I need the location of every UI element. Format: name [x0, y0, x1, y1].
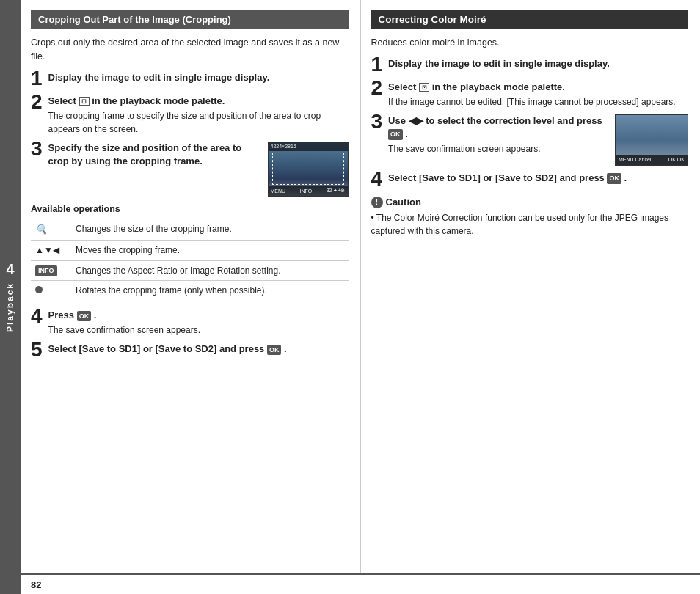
right-step-4-text: Select [Save to SD1] or [Save to SD2] an…	[388, 172, 605, 183]
lcd-overlay: 4224×2816 MENU INFO 32 ✦+⊕	[269, 142, 348, 196]
right-edit-icon: ⊡	[419, 83, 429, 92]
operations-table: 🔍 Changes the size of the cropping frame…	[31, 219, 349, 302]
ok-button-step4: OK	[77, 311, 92, 322]
lcd-top-bar: 4224×2816	[269, 142, 348, 151]
right-lcd-cancel: MENU Cancel	[619, 157, 651, 162]
step-4-desc: The save confirmation screen appears.	[48, 323, 349, 337]
step-1-content: Display the image to edit in single imag…	[48, 71, 349, 84]
right-lcd-bottom: MENU Cancel OK OK	[616, 155, 688, 165]
right-step-1-content: Display the image to edit in single imag…	[388, 57, 688, 70]
dot-icon	[35, 286, 43, 293]
right-step-2-suffix: in the playback mode palette.	[432, 81, 565, 92]
page-container: 4 Playback Cropping Out Part of the Imag…	[0, 0, 700, 594]
right-step-3-main: Use ◀▶ to select the correction level an…	[388, 115, 602, 126]
main-content: Cropping Out Part of the Image (Cropping…	[21, 0, 700, 594]
ops-icon-dot-cell	[31, 281, 71, 301]
ops-desc-arrows: Moves the cropping frame.	[71, 240, 349, 260]
right-step-number-4: 4	[371, 169, 383, 189]
right-step-3-content: Use ◀▶ to select the correction level an…	[388, 114, 688, 166]
ops-row-dot: Rotates the cropping frame (only when po…	[31, 281, 349, 301]
left-step-5: 5 Select [Save to SD1] or [Save to SD2] …	[31, 342, 349, 360]
arrows-icon: ▲▼◀	[35, 245, 59, 255]
caution-icon: !	[371, 197, 383, 208]
right-step-2-select: Select	[388, 81, 419, 92]
step-3-text: Specify the size and position of the are…	[48, 142, 260, 168]
crop-icon: ⊡	[79, 97, 90, 106]
ok-button-right-step4: OK	[607, 173, 621, 184]
caution-title: ! Caution	[371, 197, 689, 208]
left-section-header: Cropping Out Part of the Image (Cropping…	[31, 10, 349, 29]
step-4-period: .	[94, 309, 97, 320]
step-3-title: Specify the size and position of the are…	[48, 142, 260, 168]
image-dimensions: 4224×2816	[271, 144, 296, 149]
ops-icon-info-cell: INFO	[31, 260, 71, 281]
ops-desc-zoom: Changes the size of the cropping frame.	[71, 219, 349, 240]
step-number-3: 3	[31, 139, 43, 159]
bottom-bar: 82	[21, 573, 700, 594]
step-2-select-text: Select	[48, 95, 79, 106]
caution-body: The Color Moiré Correction function can …	[371, 213, 669, 236]
step-2-suffix-text: in the playback mode palette.	[92, 95, 225, 106]
right-step-3-desc: The save confirmation screen appears.	[388, 142, 608, 155]
right-step-number-3: 3	[371, 111, 383, 132]
zoom-icon: 🔍	[35, 224, 47, 235]
right-lcd: MENU Cancel OK OK	[616, 115, 688, 165]
lcd-icons: 32 ✦+⊕	[327, 188, 346, 194]
right-step-2-title: Select ⊡ in the playback mode palette.	[388, 81, 688, 94]
caution-bullet: •	[371, 213, 376, 223]
right-step-3-text: Use ◀▶ to select the correction level an…	[388, 114, 608, 155]
ops-icon-zoom: 🔍	[31, 219, 71, 240]
left-step-3: 3 Specify the size and position of the a…	[31, 142, 349, 197]
left-intro: Crops out only the desired area of the s…	[31, 36, 349, 64]
caution-title-text: Caution	[386, 197, 421, 208]
page-number: 82	[31, 579, 41, 590]
step-3-inner: Specify the size and position of the are…	[48, 142, 349, 197]
step-5-title: Select [Save to SD1] or [Save to SD2] an…	[48, 342, 349, 356]
step-number-1: 1	[31, 68, 43, 89]
ok-button-step5: OK	[267, 345, 282, 356]
chapter-number: 4	[6, 261, 14, 278]
lcd-menu-label: MENU	[271, 188, 286, 194]
ops-desc-dot: Rotates the cropping frame (only when po…	[71, 281, 349, 301]
right-step-3-inner: Use ◀▶ to select the correction level an…	[388, 114, 688, 166]
lcd-info-label: INFO	[300, 188, 313, 194]
right-step-4: 4 Select [Save to SD1] or [Save to SD2] …	[371, 172, 689, 189]
step-2-title: Select ⊡ in the playback mode palette.	[48, 95, 349, 108]
right-step-2-desc: If the image cannot be edited, [This ima…	[388, 95, 688, 109]
right-step-4-period: .	[624, 172, 627, 183]
step-number-5: 5	[31, 340, 43, 360]
ops-row-arrows: ▲▼◀ Moves the cropping frame.	[31, 240, 349, 260]
right-step-2: 2 Select ⊡ in the playback mode palette.…	[371, 81, 689, 109]
step-number-2: 2	[31, 92, 43, 112]
step-4-press-text: Press	[48, 309, 74, 320]
lcd-bottom-bar: MENU INFO 32 ✦+⊕	[269, 186, 348, 196]
ok-button-right-step3: OK	[388, 129, 403, 140]
right-step-1-title: Display the image to edit in single imag…	[388, 57, 688, 70]
ops-row-info: INFO Changes the Aspect Ratio or Image R…	[31, 260, 349, 281]
step-number-4: 4	[31, 306, 43, 326]
operations-title: Available operations	[31, 204, 349, 214]
right-step-3-title: Use ◀▶ to select the correction level an…	[388, 114, 608, 141]
right-step-3: 3 Use ◀▶ to select the correction level …	[371, 114, 689, 166]
right-section-header: Correcting Color Moiré	[371, 10, 689, 29]
step-5-text: Select [Save to SD1] or [Save to SD2] an…	[48, 343, 265, 354]
left-column: Cropping Out Part of the Image (Cropping…	[21, 0, 361, 573]
chapter-label: Playback	[5, 282, 15, 332]
right-step-number-2: 2	[371, 78, 383, 98]
step-2-content: Select ⊡ in the playback mode palette. T…	[48, 95, 349, 136]
right-column: Correcting Color Moiré Reduces color moi…	[361, 0, 701, 573]
caution-text: • The Color Moiré Correction function ca…	[371, 211, 689, 238]
right-step-3-image: MENU Cancel OK OK	[615, 114, 688, 166]
left-step-4: 4 Press OK . The save confirmation scree…	[31, 309, 349, 337]
operations-section: Available operations 🔍 Changes the size …	[31, 204, 349, 302]
ops-icon-arrows: ▲▼◀	[31, 240, 71, 260]
step-1-title: Display the image to edit in single imag…	[48, 71, 349, 84]
right-lcd-ok: OK OK	[668, 157, 685, 162]
right-step-1: 1 Display the image to edit in single im…	[371, 57, 689, 75]
ops-desc-info: Changes the Aspect Ratio or Image Rotati…	[71, 260, 349, 281]
right-intro: Reduces color moiré in images.	[371, 36, 689, 50]
caution-section: ! Caution • The Color Moiré Correction f…	[371, 197, 689, 238]
right-step-3-suffix: .	[405, 128, 408, 139]
left-step-1: 1 Display the image to edit in single im…	[31, 71, 349, 89]
right-step-4-title: Select [Save to SD1] or [Save to SD2] an…	[388, 172, 688, 185]
